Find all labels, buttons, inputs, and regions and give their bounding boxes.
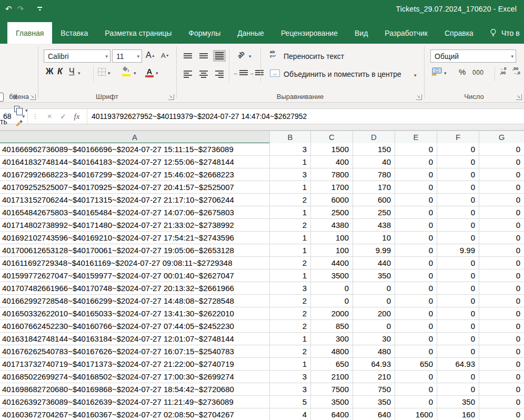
borders-dropdown-icon[interactable]: ▾: [108, 71, 110, 76]
tab-data[interactable]: Данные: [229, 22, 273, 44]
table-cell[interactable]: 0: [479, 396, 524, 408]
table-cell[interactable]: 0: [479, 244, 524, 257]
customize-qat-button[interactable]: ▾: [37, 7, 42, 11]
table-cell[interactable]: 1: [270, 232, 311, 244]
tab-developer[interactable]: Разработчик: [376, 22, 436, 44]
table-cell[interactable]: 0: [311, 282, 353, 295]
table-cell[interactable]: 750: [353, 383, 395, 396]
table-cell[interactable]: 0: [395, 219, 437, 232]
italic-button[interactable]: К: [57, 67, 63, 76]
font-color-dropdown-icon[interactable]: ▾: [156, 71, 158, 76]
table-cell[interactable]: 0: [395, 333, 437, 345]
percent-style-button[interactable]: %: [459, 67, 466, 76]
table-cell[interactable]: 401654842675803~$40165484~$2024-07-27 14…: [0, 206, 270, 219]
cancel-button[interactable]: ×: [43, 112, 56, 121]
table-cell[interactable]: 0: [437, 371, 479, 383]
table-cell[interactable]: 0: [479, 320, 524, 333]
tab-page-layout[interactable]: Разметка страницы: [96, 22, 180, 44]
table-cell[interactable]: 2: [270, 320, 311, 333]
table-cell[interactable]: 0: [395, 244, 437, 257]
table-cell[interactable]: 2000: [311, 307, 353, 320]
table-cell[interactable]: 200: [353, 307, 395, 320]
clipboard-dialog-launcher[interactable]: ↘: [30, 94, 36, 100]
table-cell[interactable]: 4400: [311, 257, 353, 269]
table-cell[interactable]: 401676262540783~$40167626~$2024-07-27 16…: [0, 345, 270, 358]
table-cell[interactable]: 401713152706244~$40171315~$2024-07-27 21…: [0, 194, 270, 206]
table-cell[interactable]: 0: [437, 181, 479, 194]
orientation-icon[interactable]: ab: [236, 49, 246, 60]
table-cell[interactable]: 401698682720680~$40169868~$2024-07-27 18…: [0, 383, 270, 396]
number-format-dropdown-icon[interactable]: ▾: [509, 54, 513, 59]
table-cell[interactable]: 7500: [311, 383, 353, 396]
table-cell[interactable]: 2500: [311, 206, 353, 219]
table-cell[interactable]: 1: [270, 206, 311, 219]
table-cell[interactable]: 0: [437, 257, 479, 269]
table-cell[interactable]: 401607662452230~$40160766~$2024-07-27 07…: [0, 320, 270, 333]
table-cell[interactable]: 0: [479, 345, 524, 358]
table-cell[interactable]: 401603672704267~$40160367~$2024-07-27 02…: [0, 408, 270, 420]
table-cell[interactable]: 9.99: [353, 244, 395, 257]
align-bottom-button[interactable]: [213, 50, 226, 62]
table-cell[interactable]: 0: [437, 219, 479, 232]
table-cell[interactable]: 0: [479, 295, 524, 307]
table-cell[interactable]: 0: [479, 181, 524, 194]
increase-decimal-button[interactable]: ←0 ,00: [500, 67, 506, 75]
table-cell[interactable]: 350: [353, 269, 395, 282]
tab-review[interactable]: Рецензирование: [273, 22, 346, 44]
table-cell[interactable]: 401672992668223~$40167299~$2024-07-27 15…: [0, 168, 270, 181]
table-cell[interactable]: 401700612653128~$40170061~$2024-07-27 19…: [0, 244, 270, 257]
column-header-F[interactable]: F: [437, 131, 479, 144]
tab-formulas[interactable]: Формулы: [180, 22, 229, 44]
table-cell[interactable]: 401641832748144~$40164183~$2024-07-27 12…: [0, 156, 270, 168]
table-cell[interactable]: 401707482661966~$40170748~$2024-07-27 20…: [0, 282, 270, 295]
font-name-dropdown-icon[interactable]: ▾: [103, 54, 108, 59]
table-cell[interactable]: 0: [479, 219, 524, 232]
table-cell[interactable]: 0: [395, 143, 437, 156]
copy-icon[interactable]: [14, 106, 19, 112]
redo-button[interactable]: ↷ ▾: [17, 4, 27, 14]
table-cell[interactable]: 401662992728548~$40166299~$2024-07-27 14…: [0, 295, 270, 307]
table-cell[interactable]: 3: [270, 282, 311, 295]
underline-button[interactable]: Ч: [69, 67, 75, 76]
table-cell[interactable]: 0: [437, 333, 479, 345]
table-cell[interactable]: 6400: [311, 408, 353, 420]
table-cell[interactable]: 160: [437, 408, 479, 420]
table-cell[interactable]: 5: [270, 396, 311, 408]
table-cell[interactable]: 0: [437, 307, 479, 320]
formula-bar-drag-handle[interactable]: ⋮: [28, 113, 43, 120]
paste-label[interactable]: ть: [0, 117, 7, 126]
table-cell[interactable]: 401599772627047~$40159977~$2024-07-27 00…: [0, 269, 270, 282]
table-cell[interactable]: 0: [353, 282, 395, 295]
table-cell[interactable]: 150: [353, 143, 395, 156]
align-right-button[interactable]: [213, 68, 226, 80]
table-cell[interactable]: 438: [353, 219, 395, 232]
table-cell[interactable]: 401611692729348~$40161169~$2024-07-27 09…: [0, 257, 270, 269]
table-cell[interactable]: 0: [395, 269, 437, 282]
table-cell[interactable]: 7800: [311, 168, 353, 181]
table-cell[interactable]: 0: [311, 295, 353, 307]
table-cell[interactable]: 30: [353, 333, 395, 345]
decrease-indent-button[interactable]: ←: [233, 69, 248, 76]
table-cell[interactable]: 6000: [311, 194, 353, 206]
column-header-D[interactable]: D: [353, 131, 395, 144]
table-cell[interactable]: 3: [270, 168, 311, 181]
table-cell[interactable]: 480: [353, 345, 395, 358]
tab-view[interactable]: Вид: [346, 22, 376, 44]
table-cell[interactable]: 2: [270, 257, 311, 269]
table-cell[interactable]: 0: [479, 307, 524, 320]
borders-icon[interactable]: [98, 68, 106, 76]
table-cell[interactable]: 401666962736089~$40166696~$2024-07-27 15…: [0, 143, 270, 156]
table-cell[interactable]: 0: [395, 257, 437, 269]
table-cell[interactable]: 100: [311, 232, 353, 244]
table-cell[interactable]: 0: [395, 371, 437, 383]
merge-center-button[interactable]: Объединить и поместить в центре: [284, 70, 401, 78]
table-cell[interactable]: 0: [479, 282, 524, 295]
table-cell[interactable]: 0: [437, 194, 479, 206]
table-cell[interactable]: 2: [270, 345, 311, 358]
table-cell[interactable]: 3500: [311, 396, 353, 408]
table-cell[interactable]: 0: [437, 282, 479, 295]
table-cell[interactable]: 2: [270, 219, 311, 232]
table-cell[interactable]: 0: [395, 168, 437, 181]
table-cell[interactable]: 850: [311, 320, 353, 333]
table-cell[interactable]: 0: [479, 269, 524, 282]
